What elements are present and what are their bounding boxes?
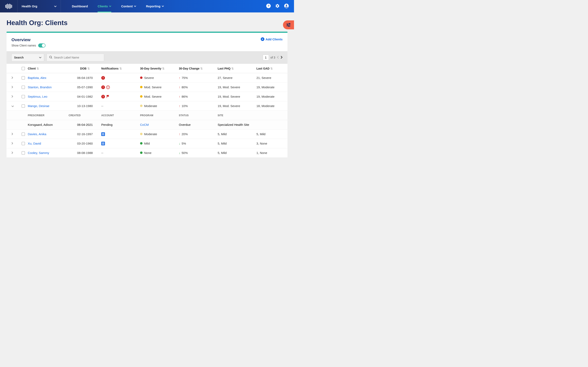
gad-cell: 1, None bbox=[256, 151, 283, 155]
row-checkbox[interactable] bbox=[22, 86, 25, 89]
col-dob[interactable]: DOB⇅ bbox=[69, 67, 101, 70]
dob: 08-08-1988 bbox=[69, 151, 101, 155]
client-name-link[interactable]: Stanton, Brandon bbox=[28, 85, 52, 89]
detail-program-link[interactable]: CoCM bbox=[140, 123, 149, 126]
client-name-link[interactable]: Septimus, Leo bbox=[28, 95, 47, 98]
gad-cell: 3, None bbox=[256, 142, 283, 145]
settings-icon[interactable] bbox=[275, 4, 280, 9]
table-row: Stanton, Brandon05-07-1990Mod. Severe↑80… bbox=[7, 83, 287, 92]
nav-right: ? bbox=[266, 4, 294, 9]
no-notification: -- bbox=[101, 104, 103, 108]
dob: 05-07-1990 bbox=[69, 85, 101, 89]
svg-rect-14 bbox=[103, 78, 103, 79]
help-icon[interactable]: ? bbox=[266, 4, 271, 9]
change-cell: ↑20% bbox=[179, 132, 218, 136]
client-name-link[interactable]: Xu, David bbox=[28, 142, 41, 145]
dob: 10-13-1980 bbox=[69, 104, 101, 108]
page-input[interactable] bbox=[263, 55, 269, 60]
col-change[interactable]: 30-Day Change⇅ bbox=[179, 67, 218, 70]
phq-cell: 5, Mild bbox=[218, 132, 256, 136]
col-client[interactable]: Client⇅ bbox=[28, 67, 69, 70]
detail-account: Pending bbox=[101, 123, 140, 126]
page-prev-button[interactable] bbox=[277, 56, 279, 59]
svg-rect-22 bbox=[103, 96, 103, 97]
search-input[interactable] bbox=[54, 56, 102, 59]
svg-rect-20 bbox=[108, 88, 108, 88]
expand-button[interactable] bbox=[11, 76, 22, 80]
severity-dot bbox=[140, 133, 143, 135]
table-row: Septimus, Leo04-01-1982Mod. Severe↑86%19… bbox=[7, 92, 287, 101]
svg-point-7 bbox=[287, 25, 288, 25]
row-checkbox[interactable] bbox=[22, 142, 25, 145]
col-notifications[interactable]: Notifications⇅ bbox=[101, 67, 140, 70]
client-name-link[interactable]: Mango, Desirae bbox=[28, 104, 49, 108]
svg-point-10 bbox=[50, 56, 52, 58]
arrow-down-icon: ↓ bbox=[179, 151, 181, 155]
row-checkbox[interactable] bbox=[22, 104, 25, 108]
notifications-cell bbox=[101, 76, 140, 80]
org-selector[interactable]: Health Org bbox=[17, 0, 61, 12]
table-row: Mango, Desirae10-13-1980--Moderate↑10%19… bbox=[7, 101, 287, 111]
col-severity[interactable]: 30-Day Severity⇅ bbox=[140, 67, 179, 70]
row-checkbox[interactable] bbox=[22, 95, 25, 98]
gad-cell: 19, Moderate bbox=[256, 85, 283, 89]
sort-icon: ⇅ bbox=[231, 67, 234, 70]
nav-label: Content bbox=[121, 4, 133, 8]
expand-button[interactable] bbox=[11, 95, 22, 98]
table-row: Cooley, Sammy08-08-1988--None↓50%5, Mild… bbox=[7, 148, 287, 158]
phq-cell: 27, Severe bbox=[218, 76, 256, 80]
severity-cell: Mild bbox=[140, 142, 179, 145]
overview-title: Overview bbox=[11, 37, 45, 42]
expand-button[interactable] bbox=[11, 142, 22, 145]
detail-created: 06-04-2021 bbox=[69, 123, 101, 126]
nav-clients[interactable]: Clients bbox=[93, 0, 116, 12]
nav-label: Reporting bbox=[146, 4, 160, 8]
expand-button[interactable] bbox=[11, 151, 22, 155]
svg-rect-16 bbox=[103, 86, 103, 87]
arrow-up-icon: ↑ bbox=[179, 104, 181, 108]
col-gad[interactable]: Last GAD⇅ bbox=[256, 67, 283, 70]
account-icon[interactable] bbox=[284, 4, 289, 9]
alert-icon bbox=[101, 76, 105, 80]
filters-button[interactable] bbox=[283, 20, 294, 29]
logo-icon bbox=[5, 4, 12, 9]
client-name-link[interactable]: Davies, Anika bbox=[28, 132, 46, 136]
change-cell: ↓5% bbox=[179, 142, 218, 145]
select-all-checkbox[interactable] bbox=[22, 67, 25, 70]
nav-dashboard[interactable]: Dashboard bbox=[67, 0, 93, 12]
add-clients-button[interactable]: + Add Clients bbox=[261, 37, 283, 41]
add-clients-label: Add Clients bbox=[266, 38, 283, 41]
plus-icon: + bbox=[261, 37, 264, 41]
expand-button[interactable] bbox=[11, 85, 22, 89]
row-checkbox[interactable] bbox=[22, 76, 25, 80]
change-cell: ↑86% bbox=[179, 95, 218, 98]
client-name-link[interactable]: Baptista, Alex bbox=[28, 76, 46, 80]
nav-content[interactable]: Content bbox=[116, 0, 141, 12]
sort-icon: ⇅ bbox=[270, 67, 273, 70]
phq-cell: 5, Mild bbox=[218, 151, 256, 155]
logo[interactable] bbox=[0, 0, 17, 12]
expand-button[interactable] bbox=[11, 104, 22, 108]
sort-icon: ⇅ bbox=[200, 67, 203, 70]
nav-label: Clients bbox=[98, 4, 108, 8]
table-header: Client⇅ DOB⇅ Notifications⇅ 30-Day Sever… bbox=[7, 64, 287, 73]
change-cell: ↑75% bbox=[179, 76, 218, 80]
expand-button[interactable] bbox=[11, 132, 22, 136]
org-name: Health Org bbox=[22, 4, 37, 8]
sliders-icon bbox=[286, 23, 291, 27]
show-names-toggle[interactable] bbox=[38, 43, 45, 48]
nav-reporting[interactable]: Reporting bbox=[141, 0, 169, 12]
detail-header-row: PRESCRIBERCREATEDACCOUNTPROGRAMSTATUSSIT… bbox=[7, 111, 287, 120]
row-checkbox[interactable] bbox=[22, 133, 25, 136]
table-row: Davies, Anika02-16-1997Moderate↑20%5, Mi… bbox=[7, 129, 287, 139]
severity-cell: Mod. Severe bbox=[140, 95, 179, 98]
sort-icon: ⇅ bbox=[36, 67, 39, 70]
col-phq[interactable]: Last PHQ⇅ bbox=[218, 67, 256, 70]
severity-dot bbox=[140, 86, 143, 88]
search-type-dropdown[interactable]: Search bbox=[11, 54, 44, 61]
client-name-link[interactable]: Cooley, Sammy bbox=[28, 151, 49, 155]
no-notification: -- bbox=[101, 151, 103, 155]
notifications-cell bbox=[101, 85, 140, 89]
page-next-button[interactable] bbox=[281, 56, 283, 59]
row-checkbox[interactable] bbox=[22, 151, 25, 155]
